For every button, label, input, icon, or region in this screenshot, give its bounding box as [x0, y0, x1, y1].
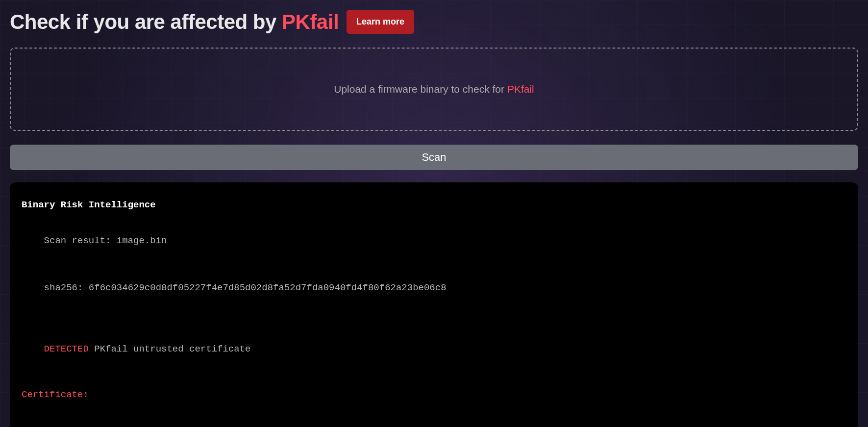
cert-header: Certificate:	[22, 387, 846, 402]
upload-dropzone[interactable]: Upload a firmware binary to check for PK…	[10, 48, 858, 131]
page-title: Check if you are affected by PKfail	[10, 10, 339, 34]
sha-line: sha256: 6f6c034629c0d8df05227f4e7d85d02d…	[22, 264, 846, 312]
dropzone-accent: PKfail	[507, 83, 534, 95]
scan-result-line: Scan result: image.bin	[22, 217, 846, 264]
terminal-title: Binary Risk Intelligence	[22, 197, 846, 213]
detected-line: DETECTED PKfail untrusted certificate	[22, 326, 846, 373]
issuer-line: Issuer: CN=DO NOT TRUST - AMI Test PK	[22, 416, 846, 427]
header-row: Check if you are affected by PKfail Lear…	[10, 10, 858, 34]
title-accent: PKfail	[282, 10, 339, 33]
cert-block: Issuer: CN=DO NOT TRUST - AMI Test PK Su…	[22, 416, 846, 427]
terminal-output: Binary Risk Intelligence Scan result: im…	[10, 182, 858, 427]
learn-more-button[interactable]: Learn more	[347, 10, 414, 34]
dropzone-prefix: Upload a firmware binary to check for	[334, 83, 507, 95]
dropzone-text: Upload a firmware binary to check for PK…	[334, 83, 534, 95]
scan-button[interactable]: Scan	[10, 145, 858, 170]
sha-value: 6f6c034629c0d8df05227f4e7d85d02d8fa52d7f…	[89, 282, 446, 293]
scan-result-label: Scan result:	[44, 235, 117, 246]
title-prefix: Check if you are affected by	[10, 10, 282, 33]
sha-label: sha256:	[44, 282, 89, 293]
detected-label: DETECTED	[44, 344, 89, 354]
detected-text: PKfail untrusted certificate	[89, 344, 251, 354]
scan-result-file: image.bin	[117, 235, 167, 246]
